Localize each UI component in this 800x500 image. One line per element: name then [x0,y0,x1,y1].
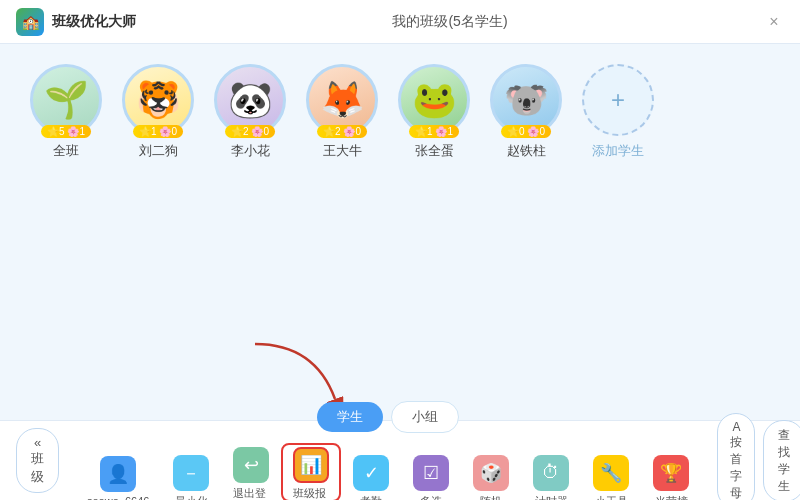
title-bar: 🏫 班级优化大师 我的班级(5名学生) × [0,0,800,44]
avatar-container: 🐨⭐0 🌸0 [490,64,562,136]
student-name: 王大牛 [323,142,362,160]
tool-multi[interactable]: ☑多选 [401,451,461,501]
star-badge: ⭐2 🌸0 [317,125,367,138]
student-item-zhao[interactable]: 🐨⭐0 🌸0赵铁柱 [490,64,562,160]
star-badge: ⭐1 🌸1 [409,125,459,138]
seewo-icon: 👤 [100,456,136,492]
avatar-emoji: 🦊 [320,82,365,118]
avatar-emoji: 🐯 [136,82,181,118]
tool-exit[interactable]: ↩退出登录 [221,443,281,500]
tool-seewo[interactable]: 👤seewo_6646 [75,452,161,500]
honor-label: 光荣榜 [655,494,688,501]
student-item-wang[interactable]: 🦊⭐2 🌸0王大牛 [306,64,378,160]
tool-tool[interactable]: 🔧小工具 [581,451,641,501]
student-name: 李小花 [231,142,270,160]
timer-label: 计时器 [535,494,568,501]
exit-icon: ↩ [233,447,269,483]
main-content: 🌱⭐5 🌸1全班🐯⭐1 🌸0刘二狗🐼⭐2 🌸0李小花🦊⭐2 🌸0王大牛🐸⭐1 🌸… [0,44,800,420]
close-button[interactable]: × [764,12,784,32]
student-name: 赵铁柱 [507,142,546,160]
window-title: 我的班级(5名学生) [392,13,507,31]
app-title: 班级优化大师 [52,13,136,31]
tool-icon: 🔧 [593,455,629,491]
student-name: 刘二狗 [139,142,178,160]
student-grid: 🌱⭐5 🌸1全班🐯⭐1 🌸0刘二狗🐼⭐2 🌸0李小花🦊⭐2 🌸0王大牛🐸⭐1 🌸… [30,64,770,160]
tab-学生[interactable]: 学生 [317,402,383,432]
find-student-button[interactable]: 查找学生 [763,420,800,501]
avatar-emoji: 🐼 [228,82,273,118]
bottom-bar: « 班级 学生小组 👤seewo_6646－最小化↩退出登录📊班级报表✓考勤☑多… [0,420,800,500]
star-badge: ⭐2 🌸0 [225,125,275,138]
sort-button[interactable]: A 按首字母 [717,413,755,501]
avatar-emoji: 🐸 [412,82,457,118]
add-student-circle: + [582,64,654,136]
star-badge: ⭐5 🌸1 [41,125,91,138]
avatar-container: 🐼⭐2 🌸0 [214,64,286,136]
tools-row: 👤seewo_6646－最小化↩退出登录📊班级报表✓考勤☑多选🎲随机⏱计时器🔧小… [75,443,701,500]
class-button[interactable]: « 班级 [16,428,59,493]
student-item-zhang[interactable]: 🐸⭐1 🌸1张全蛋 [398,64,470,160]
left-section: « 班级 [0,428,75,493]
title-left: 🏫 班级优化大师 [16,8,136,36]
student-item-li[interactable]: 🐼⭐2 🌸0李小花 [214,64,286,160]
tool-honor[interactable]: 🏆光荣榜 [641,451,701,501]
class-report-label: 班级报表 [293,486,329,500]
avatar-emoji: 🌱 [44,82,89,118]
exit-label: 退出登录 [233,486,269,500]
multi-label: 多选 [420,494,442,501]
tool-minimize[interactable]: －最小化 [161,451,221,501]
tool-label: 小工具 [595,494,628,501]
class-report-icon: 📊 [293,447,329,483]
honor-icon: 🏆 [653,455,689,491]
tab-小组[interactable]: 小组 [391,401,459,433]
student-name: 张全蛋 [415,142,454,160]
tool-random[interactable]: 🎲随机 [461,451,521,501]
attend-label: 考勤 [360,494,382,501]
add-student-button[interactable]: +添加学生 [582,64,654,160]
student-item-liu[interactable]: 🐯⭐1 🌸0刘二狗 [122,64,194,160]
avatar-container: 🦊⭐2 🌸0 [306,64,378,136]
star-badge: ⭐1 🌸0 [133,125,183,138]
random-label: 随机 [480,494,502,501]
timer-icon: ⏱ [533,455,569,491]
tab-row: 学生小组 [317,401,459,433]
seewo-label: seewo_6646 [87,495,149,500]
center-section: 学生小组 👤seewo_6646－最小化↩退出登录📊班级报表✓考勤☑多选🎲随机⏱… [75,401,701,500]
star-badge: ⭐0 🌸0 [501,125,551,138]
minimize-label: 最小化 [175,494,208,501]
add-student-label: 添加学生 [592,142,644,160]
student-name: 全班 [53,142,79,160]
minimize-icon: － [173,455,209,491]
multi-icon: ☑ [413,455,449,491]
attend-icon: ✓ [353,455,389,491]
app-icon: 🏫 [16,8,44,36]
avatar-container: 🐯⭐1 🌸0 [122,64,194,136]
tool-timer[interactable]: ⏱计时器 [521,451,581,501]
right-section: A 按首字母 查找学生 [701,413,800,501]
tool-attend[interactable]: ✓考勤 [341,451,401,501]
avatar-emoji: 🐨 [504,82,549,118]
random-icon: 🎲 [473,455,509,491]
avatar-container: 🐸⭐1 🌸1 [398,64,470,136]
student-item-whole[interactable]: 🌱⭐5 🌸1全班 [30,64,102,160]
avatar-container: 🌱⭐5 🌸1 [30,64,102,136]
tool-class-report[interactable]: 📊班级报表 [281,443,341,500]
